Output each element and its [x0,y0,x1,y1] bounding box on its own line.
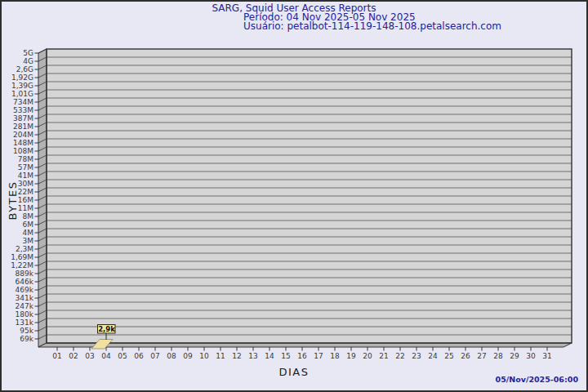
sarg-report-frame: 5G4G2,6G1,92G1,39G1,01G734M533M387M281M2… [0,0,588,392]
x-axis-tick-label: 25 [444,352,453,360]
report-user: Usuário: petalbot-114-119-148-108.petals… [243,22,501,31]
x-axis-tick-label: 22 [395,352,404,360]
x-axis-tick-label: 15 [281,352,290,360]
y-axis-tick-label: 1,92G [11,74,33,82]
x-axis-tick-label: 17 [314,352,323,360]
x-axis-tick-label: 31 [542,352,551,360]
x-axis-tick-label: 04 [101,352,111,360]
x-axis-tick-label: 01 [52,352,61,360]
y-axis-tick-label: 131k [16,318,34,327]
x-axis-tick-label: 12 [232,352,241,360]
x-axis-tick-label: 21 [379,352,388,360]
x-axis-tick-label: 07 [150,352,159,360]
x-axis-tick-label: 19 [346,352,356,360]
y-axis-tick-label: 2,3M [16,245,33,253]
x-axis-tick-label: 29 [510,352,519,360]
y-axis-tick-label: 889k [16,270,34,278]
bar-value-annotation-label: 2,9k [98,325,115,333]
bar-chart-canvas: 5G4G2,6G1,92G1,39G1,01G734M533M387M281M2… [0,0,588,392]
y-axis-tick-label: 95k [20,327,33,335]
y-axis-tick-label: 22M [18,188,33,196]
y-axis-tick-label: 1,39G [11,82,33,90]
y-axis-tick-label: 69k [20,335,33,343]
y-axis-tick-label: 4G [23,57,33,65]
y-axis-tick-label: 148M [13,139,33,147]
x-axis-tick-label: 27 [477,352,486,360]
y-axis-tick-label: 41M [18,172,33,180]
x-axis-tick-label: 03 [85,352,94,360]
y-axis-tick-label: 469k [16,286,34,294]
y-axis-tick-label: 533M [13,106,33,114]
y-axis-tick-label: 2,6G [16,65,33,74]
y-axis-tick-label: 1,22M [11,261,33,270]
y-axis-tick-label: 8M [23,212,34,220]
report-generated-datetime: 05/Nov/2025-06:00 [496,375,578,384]
y-axis-tick-label: 1,01G [11,90,33,98]
y-axis-tick-label: 180k [16,310,34,318]
x-axis-tick-label: 14 [265,352,274,360]
y-axis-tick-label: 3M [23,237,34,245]
y-axis-tick-label: 1,69M [11,253,33,261]
y-axis-tick-label: 646k [16,278,34,286]
y-axis-title: BYTES [7,164,19,238]
x-axis-tick-label: 11 [216,352,225,360]
y-axis-tick-label: 204M [13,131,33,139]
x-axis-tick-label: 08 [167,352,176,360]
x-axis-tick-label: 30 [526,352,536,360]
y-axis-tick-label: 341k [16,294,34,302]
x-axis-tick-label: 02 [69,352,78,360]
x-axis-tick-label: 16 [297,352,307,360]
y-axis-tick-label: 247k [16,302,34,310]
y-axis-tick-label: 11M [18,204,33,212]
x-axis-tick-label: 23 [412,352,421,360]
x-axis-tick-label: 13 [248,352,257,360]
y-axis-tick-label: 5G [23,49,33,57]
y-axis-tick-label: 4M [23,229,34,237]
x-axis-tick-label: 06 [134,352,144,360]
y-axis-tick-label: 6M [23,220,34,229]
x-axis-tick-label: 20 [363,352,372,360]
floor-3d [38,343,572,347]
x-axis-tick-label: 05 [118,352,127,360]
y-axis-tick-label: 78M [18,155,33,163]
y-axis-tick-label: 16M [18,196,33,204]
y-axis-tick-label: 108M [13,147,33,155]
x-axis-tick-label: 28 [493,352,503,360]
x-axis-tick-label: 18 [330,352,340,360]
y-axis-tick-label: 281M [13,122,33,131]
x-axis-tick-label: 10 [199,352,209,360]
x-axis-tick-label: 24 [428,352,438,360]
x-axis-tick-label: 26 [461,352,470,360]
y-axis-tick-label: 734M [13,98,33,106]
y-axis-tick-label: 57M [18,163,33,172]
y-axis-tick-label: 387M [13,114,33,122]
x-axis-tick-label: 09 [183,352,193,360]
y-axis-tick-label: 30M [18,180,33,188]
